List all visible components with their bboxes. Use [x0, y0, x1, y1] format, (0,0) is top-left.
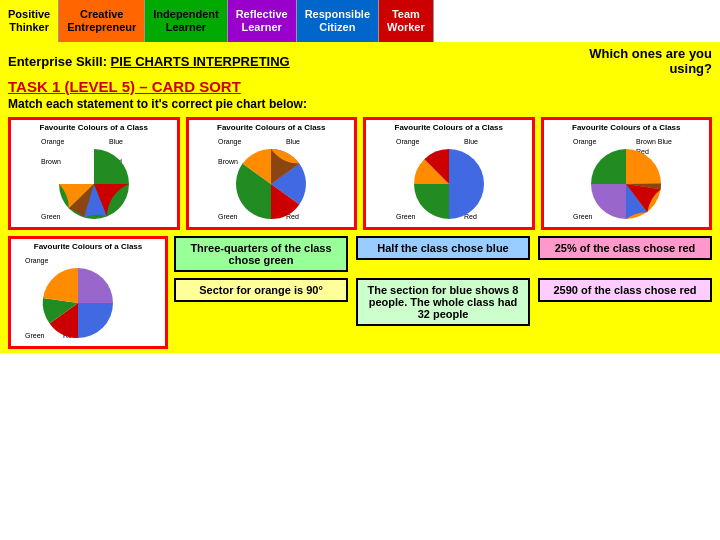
svg-text:Blue: Blue	[109, 138, 123, 145]
label-row-2: Sector for orange is 90° The section for…	[174, 278, 712, 326]
chart-4-container: Favourite Colours of a Class Orange Brow…	[547, 123, 707, 224]
chart-5-container: Favourite Colours of a Class Orange Gree…	[14, 242, 162, 343]
label-row-1: Three-quarters of the class chose green …	[174, 236, 712, 272]
svg-text:Blue: Blue	[286, 138, 300, 145]
tab-independent-learner[interactable]: Independent Learner	[145, 0, 227, 42]
chart-3: Favourite Colours of a Class Orange Blue…	[363, 117, 535, 230]
tab-label-line2: Citizen	[319, 21, 355, 34]
svg-text:Green: Green	[218, 213, 238, 220]
chart-4: Favourite Colours of a Class Orange Brow…	[541, 117, 713, 230]
svg-text:Orange: Orange	[41, 138, 64, 146]
tab-responsible-citizen[interactable]: Responsible Citizen	[297, 0, 379, 42]
chart-1: Favourite Colours of a Class Orange Brow…	[8, 117, 180, 230]
svg-text:Brown Blue: Brown Blue	[636, 138, 672, 145]
pie-chart-5: Orange Green Blue Red	[23, 253, 153, 343]
chart-1-title: Favourite Colours of a Class	[40, 123, 148, 132]
top-charts-row: Favourite Colours of a Class Orange Brow…	[8, 117, 712, 230]
label-twenty-five-percent-red[interactable]: 25% of the class chose red	[538, 236, 712, 260]
tab-label-line2: Learner	[241, 21, 281, 34]
chart-2: Favourite Colours of a Class Orange Brow…	[186, 117, 358, 230]
chart-2-title: Favourite Colours of a Class	[217, 123, 325, 132]
tab-label-line1: Independent	[153, 8, 218, 21]
tab-label-line2: Worker	[387, 21, 425, 34]
tab-label-line2: Learner	[166, 21, 206, 34]
main-content: Enterprise Skill: PIE CHARTS INTERPRETIN…	[0, 42, 720, 353]
svg-text:Brown: Brown	[218, 158, 238, 165]
svg-text:Brown: Brown	[41, 158, 61, 165]
svg-text:Green: Green	[41, 213, 61, 220]
labels-area: Three-quarters of the class chose green …	[174, 236, 712, 326]
pie-chart-1: Orange Brown Blue Red Green	[39, 134, 149, 224]
pie-chart-4: Orange Brown Blue Red Green	[571, 134, 681, 224]
tab-reflective-learner[interactable]: Reflective Learner	[228, 0, 297, 42]
svg-text:Green: Green	[25, 332, 45, 339]
svg-text:Green: Green	[573, 213, 593, 220]
chart-5: Favourite Colours of a Class Orange Gree…	[8, 236, 168, 349]
instruction: Match each statement to it's correct pie…	[8, 97, 712, 111]
chart-1-container: Favourite Colours of a Class Orange Brow…	[14, 123, 174, 224]
chart-3-title: Favourite Colours of a Class	[395, 123, 503, 132]
enterprise-skill-label: Enterprise Skill: PIE CHARTS INTERPRETIN…	[8, 54, 290, 69]
svg-text:Blue: Blue	[464, 138, 478, 145]
tab-label-line1: Responsible	[305, 8, 370, 21]
tab-bar: Positive Thinker Creative Entrepreneur I…	[0, 0, 720, 42]
tab-label-line1: Creative	[80, 8, 123, 21]
svg-text:Orange: Orange	[25, 257, 48, 265]
chart-4-title: Favourite Colours of a Class	[572, 123, 680, 132]
tab-label-line1: Positive	[8, 8, 50, 21]
task-title: TASK 1 (LEVEL 5) – CARD SORT	[8, 78, 712, 95]
title-bar: Enterprise Skill: PIE CHARTS INTERPRETIN…	[8, 46, 712, 76]
label-class-chose-red[interactable]: 2590 of the class chose red	[538, 278, 712, 302]
tab-label-line1: Team	[392, 8, 420, 21]
svg-text:Orange: Orange	[396, 138, 419, 146]
which-ones-label: Which ones are you using?	[589, 46, 712, 76]
chart-3-container: Favourite Colours of a Class Orange Blue…	[369, 123, 529, 224]
label-sector-orange[interactable]: Sector for orange is 90°	[174, 278, 348, 302]
tab-label-line1: Reflective	[236, 8, 288, 21]
svg-text:Orange: Orange	[573, 138, 596, 146]
chart-2-container: Favourite Colours of a Class Orange Brow…	[192, 123, 352, 224]
tab-positive-thinker[interactable]: Positive Thinker	[0, 0, 59, 42]
tab-team-worker[interactable]: Team Worker	[379, 0, 434, 42]
tab-creative-entrepreneur[interactable]: Creative Entrepreneur	[59, 0, 145, 42]
chart-5-title: Favourite Colours of a Class	[34, 242, 142, 251]
svg-text:Green: Green	[396, 213, 416, 220]
label-three-quarters-green[interactable]: Three-quarters of the class chose green	[174, 236, 348, 272]
bottom-row: Favourite Colours of a Class Orange Gree…	[8, 236, 712, 349]
label-half-class-blue[interactable]: Half the class chose blue	[356, 236, 530, 260]
pie-chart-2: Orange Brown Blue Red Green	[216, 134, 326, 224]
label-section-blue[interactable]: The section for blue shows 8 people. The…	[356, 278, 530, 326]
pie-chart-3: Orange Blue Green Red	[394, 134, 504, 224]
svg-text:Orange: Orange	[218, 138, 241, 146]
tab-label-line2: Entrepreneur	[67, 21, 136, 34]
tab-label-line2: Thinker	[9, 21, 49, 34]
